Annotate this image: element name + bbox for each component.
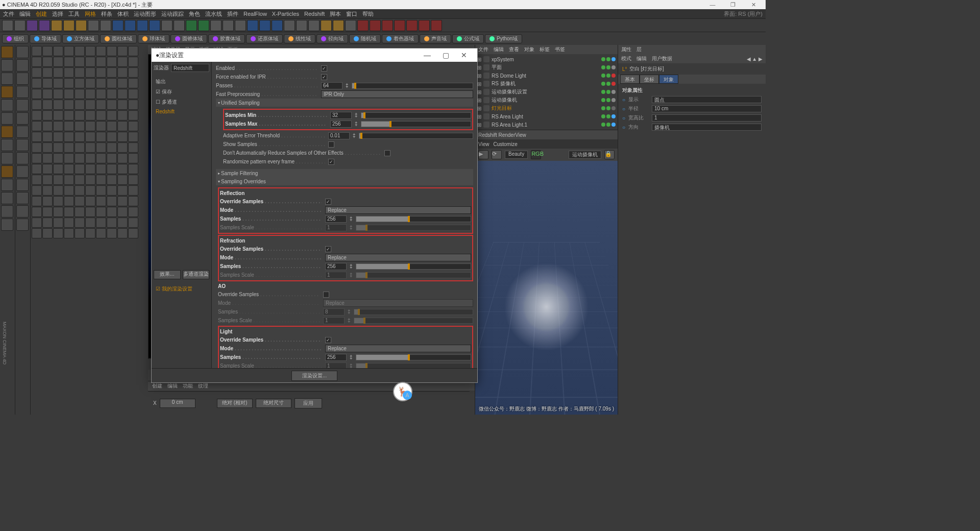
my-render-settings[interactable]: ☑ 我的渲染设置 (154, 284, 209, 294)
attr-menubar[interactable]: 模式编辑用户数据 ◀ ▲ ▶ (618, 54, 766, 63)
field-pill[interactable]: 圆柱体域 (100, 34, 137, 43)
object-row[interactable]: ⊞运动摄像机设置 (477, 88, 616, 96)
tab-basic[interactable]: 基本 (620, 75, 640, 84)
object-row[interactable]: ⊞RS Area Light.1 (477, 120, 616, 129)
toolbar-btn[interactable] (259, 20, 271, 31)
menu-18[interactable]: 帮助 (362, 10, 374, 18)
toolbar-btn[interactable] (321, 20, 332, 31)
toolbar-btn[interactable] (174, 20, 185, 31)
field-pill[interactable]: 随机域 (349, 34, 381, 43)
object-row[interactable]: ⊞RS 摄像机 (477, 80, 616, 88)
close-button[interactable]: ✕ (743, 2, 764, 8)
renderview-aov[interactable]: Beauty (505, 151, 528, 159)
menu-13[interactable]: RealFlow (243, 11, 267, 17)
render-settings-button[interactable]: 渲染设置... (291, 371, 337, 381)
field-pill[interactable]: 胶囊体域 (208, 34, 245, 43)
menu-15[interactable]: Redshift (304, 11, 325, 17)
toolbar-btn[interactable] (370, 20, 381, 31)
menu-10[interactable]: 角色 (189, 10, 200, 18)
dialog-minimize[interactable]: — (418, 51, 436, 59)
toolbar-btn[interactable] (382, 20, 393, 31)
field-pill[interactable]: 着色器域 (382, 34, 419, 43)
toolbar-btn[interactable] (125, 20, 136, 31)
refresh-icon[interactable]: ⟳ (492, 150, 502, 159)
object-menubar[interactable]: 文件编辑查看对象标签书签 (475, 45, 618, 54)
toolbar-main[interactable] (0, 18, 766, 32)
menu-17[interactable]: 窗口 (346, 10, 357, 18)
toolbar-btn[interactable] (149, 20, 160, 31)
effect-button[interactable]: 效果... (154, 270, 181, 279)
field-pill[interactable]: Python域 (485, 34, 522, 43)
toolbar-btn[interactable] (357, 20, 369, 31)
menu-4[interactable]: 工具 (68, 10, 80, 18)
menu-16[interactable]: 脚本 (330, 10, 341, 18)
renderview-canvas[interactable]: 微信公众号：野鹿志 微博：野鹿志 作者：马鹿野郎 ( 7.09s ) (475, 161, 618, 415)
toolbar-btn[interactable] (406, 20, 418, 31)
field-pill[interactable]: 声音域 (420, 34, 451, 43)
apply-button[interactable]: 应用 (295, 398, 322, 408)
toolbar-btn[interactable] (419, 20, 430, 31)
object-row[interactable]: ⊞xpSystem (477, 55, 616, 63)
toolbar-btn[interactable] (247, 20, 258, 31)
menu-6[interactable]: 样条 (101, 10, 112, 18)
menu-14[interactable]: X-Particles (272, 11, 299, 17)
palette-grid[interactable] (31, 45, 148, 415)
status-mode2[interactable]: 绝对尺寸 (256, 399, 291, 408)
toolbar-btn[interactable] (296, 20, 307, 31)
toolbar-btn[interactable] (100, 20, 111, 31)
menu-12[interactable]: 插件 (227, 10, 238, 18)
toolbar-btn[interactable] (308, 20, 320, 31)
toolbar-btn[interactable] (223, 20, 234, 31)
toolbar-btn[interactable] (51, 20, 62, 31)
toolbar-btn[interactable] (39, 20, 50, 31)
toolbar-btn[interactable] (272, 20, 283, 31)
menu-5[interactable]: 网格 (85, 10, 96, 18)
maximize-button[interactable]: ❐ (723, 2, 743, 8)
attr-tabs[interactable]: 基本 坐标 对象 (618, 75, 766, 84)
menu-0[interactable]: 文件 (3, 10, 14, 18)
toolbar-btn[interactable] (210, 20, 222, 31)
field-pill[interactable]: 立方体域 (62, 34, 99, 43)
object-row[interactable]: ⊞RS Dome Light (477, 71, 616, 80)
dialog-sidebar[interactable]: 渲染器 Redshift 输出 ☑ 保存 ☐ 多通道 Redshift 效果..… (152, 62, 212, 368)
toolbar-btn[interactable] (112, 20, 124, 31)
renderview-camera[interactable]: 运动摄像机 (569, 151, 601, 159)
field-pill[interactable]: 线性域 (284, 34, 315, 43)
toolbar-btn[interactable] (88, 20, 99, 31)
dialog-titlebar[interactable]: ● 渲染设置 — ▢ ✕ (152, 49, 477, 62)
rgb-icon[interactable]: RGB (531, 150, 541, 159)
toolbar-btn[interactable] (431, 20, 442, 31)
toolbar-btn[interactable] (235, 20, 246, 31)
renderer-select[interactable]: Redshift (171, 64, 209, 72)
play-icon[interactable]: ▶ (478, 150, 488, 159)
field-pill[interactable]: 还原体域 (246, 34, 283, 43)
toolbar-btn[interactable] (137, 20, 148, 31)
object-row[interactable]: ⊞灯光目标 (477, 104, 616, 112)
menu-9[interactable]: 运动跟踪 (161, 10, 184, 18)
status-mode1[interactable]: 绝对 (相对) (217, 399, 253, 408)
toolbar-btn[interactable] (345, 20, 356, 31)
field-pill[interactable]: 导体域 (30, 34, 61, 43)
left-tool-column-2[interactable] (15, 45, 31, 415)
field-pill[interactable]: 组织 (2, 34, 29, 43)
sidebar-multipass[interactable]: ☐ 多通道 (154, 98, 209, 107)
minimize-button[interactable]: — (702, 2, 723, 8)
field-pill[interactable]: 球体域 (138, 34, 169, 43)
toolbar-btn[interactable] (186, 20, 197, 31)
renderview-menubar[interactable]: ViewCustomize (475, 139, 618, 149)
object-row[interactable]: ⊞RS Area Light (477, 112, 616, 120)
toolbar-btn[interactable] (27, 20, 38, 31)
sidebar-save[interactable]: ☑ 保存 (154, 87, 209, 96)
toolbar-btn[interactable] (333, 20, 344, 31)
menu-11[interactable]: 流水线 (205, 10, 222, 18)
object-row[interactable]: ⊞平面 (477, 63, 616, 71)
toolbar-btn[interactable] (76, 20, 87, 31)
renderview-toolbar[interactable]: ▶ ⟳ Beauty RGB 运动摄像机 🔒 (475, 149, 618, 161)
menu-3[interactable]: 选择 (52, 10, 63, 18)
menu-1[interactable]: 编辑 (19, 10, 31, 18)
field-pill[interactable]: 径向域 (316, 34, 348, 43)
toolbar-btn[interactable] (394, 20, 405, 31)
object-row[interactable]: ⊞运动摄像机 (477, 96, 616, 104)
menu-2[interactable]: 创建 (36, 10, 47, 18)
sidebar-redshift[interactable]: Redshift (154, 108, 209, 115)
